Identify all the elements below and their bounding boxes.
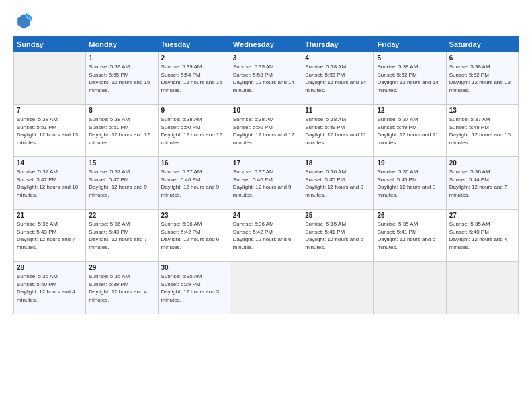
cell-text: Sunrise: 5:38 AMSunset: 5:53 PMDaylight:… <box>305 64 366 93</box>
calendar-cell <box>302 262 374 314</box>
calendar-cell: 22Sunrise: 5:36 AMSunset: 5:43 PMDayligh… <box>86 210 158 262</box>
day-number: 5 <box>377 54 443 62</box>
cell-text: Sunrise: 5:39 AMSunset: 5:54 PMDaylight:… <box>161 64 222 93</box>
day-number: 2 <box>161 54 227 62</box>
cell-text: Sunrise: 5:36 AMSunset: 5:43 PMDaylight:… <box>17 221 75 250</box>
cell-text: Sunrise: 5:38 AMSunset: 5:50 PMDaylight:… <box>233 116 294 146</box>
calendar-cell: 20Sunrise: 5:36 AMSunset: 5:44 PMDayligh… <box>446 157 518 210</box>
page: SundayMondayTuesdayWednesdayThursdayFrid… <box>0 0 532 411</box>
calendar-cell: 16Sunrise: 5:37 AMSunset: 5:46 PMDayligh… <box>158 157 230 210</box>
cell-text: Sunrise: 5:36 AMSunset: 5:42 PMDaylight:… <box>161 221 220 250</box>
day-number: 15 <box>89 159 154 167</box>
day-number: 8 <box>89 107 154 114</box>
calendar-cell: 10Sunrise: 5:38 AMSunset: 5:50 PMDayligh… <box>230 105 302 157</box>
calendar-cell <box>446 262 518 314</box>
calendar-cell: 21Sunrise: 5:36 AMSunset: 5:43 PMDayligh… <box>14 210 86 262</box>
day-number: 29 <box>89 264 154 271</box>
calendar-cell: 29Sunrise: 5:35 AMSunset: 5:39 PMDayligh… <box>86 262 158 314</box>
cell-text: Sunrise: 5:36 AMSunset: 5:43 PMDaylight:… <box>89 221 147 250</box>
day-header-thursday: Thursday <box>302 37 374 52</box>
calendar-cell: 8Sunrise: 5:38 AMSunset: 5:51 PMDaylight… <box>86 105 158 157</box>
day-number: 12 <box>377 107 443 114</box>
cell-text: Sunrise: 5:39 AMSunset: 5:53 PMDaylight:… <box>233 64 294 93</box>
week-row-2: 14Sunrise: 5:37 AMSunset: 5:47 PMDayligh… <box>14 157 519 210</box>
cell-text: Sunrise: 5:35 AMSunset: 5:41 PMDaylight:… <box>305 221 363 250</box>
day-header-friday: Friday <box>374 37 446 52</box>
calendar-cell: 19Sunrise: 5:36 AMSunset: 5:45 PMDayligh… <box>374 157 446 210</box>
day-number: 3 <box>233 54 299 62</box>
calendar-cell: 12Sunrise: 5:37 AMSunset: 5:49 PMDayligh… <box>374 105 446 157</box>
week-row-3: 21Sunrise: 5:36 AMSunset: 5:43 PMDayligh… <box>14 210 519 262</box>
cell-text: Sunrise: 5:39 AMSunset: 5:55 PMDaylight:… <box>89 64 150 93</box>
day-header-saturday: Saturday <box>446 37 518 52</box>
calendar-cell: 1Sunrise: 5:39 AMSunset: 5:55 PMDaylight… <box>86 52 158 105</box>
calendar-cell: 13Sunrise: 5:37 AMSunset: 5:48 PMDayligh… <box>446 105 518 157</box>
calendar-cell: 5Sunrise: 5:38 AMSunset: 5:52 PMDaylight… <box>374 52 446 105</box>
cell-text: Sunrise: 5:37 AMSunset: 5:46 PMDaylight:… <box>161 169 220 198</box>
header-row: SundayMondayTuesdayWednesdayThursdayFrid… <box>14 37 519 52</box>
cell-text: Sunrise: 5:36 AMSunset: 5:42 PMDaylight:… <box>233 221 292 250</box>
cell-text: Sunrise: 5:36 AMSunset: 5:45 PMDaylight:… <box>305 169 363 198</box>
calendar-cell: 6Sunrise: 5:38 AMSunset: 5:52 PMDaylight… <box>446 52 518 105</box>
cell-text: Sunrise: 5:37 AMSunset: 5:49 PMDaylight:… <box>377 116 438 146</box>
day-header-sunday: Sunday <box>14 37 86 52</box>
day-header-monday: Monday <box>86 37 158 52</box>
cell-text: Sunrise: 5:38 AMSunset: 5:52 PMDaylight:… <box>449 64 511 93</box>
cell-text: Sunrise: 5:38 AMSunset: 5:49 PMDaylight:… <box>305 116 366 146</box>
day-number: 7 <box>17 107 83 114</box>
day-number: 21 <box>17 212 83 219</box>
calendar-table: SundayMondayTuesdayWednesdayThursdayFrid… <box>13 36 519 314</box>
logo <box>13 12 35 31</box>
day-number: 18 <box>305 159 371 167</box>
day-number: 9 <box>161 107 227 114</box>
cell-text: Sunrise: 5:35 AMSunset: 5:39 PMDaylight:… <box>89 273 147 303</box>
calendar-cell: 17Sunrise: 5:37 AMSunset: 5:46 PMDayligh… <box>230 157 302 210</box>
calendar-cell: 25Sunrise: 5:35 AMSunset: 5:41 PMDayligh… <box>302 210 374 262</box>
calendar-cell: 26Sunrise: 5:35 AMSunset: 5:41 PMDayligh… <box>374 210 446 262</box>
day-number: 1 <box>89 54 154 62</box>
day-number: 19 <box>377 159 443 167</box>
day-header-wednesday: Wednesday <box>230 37 302 52</box>
cell-text: Sunrise: 5:38 AMSunset: 5:50 PMDaylight:… <box>161 116 222 146</box>
calendar-cell: 30Sunrise: 5:35 AMSunset: 5:39 PMDayligh… <box>158 262 230 314</box>
cell-text: Sunrise: 5:37 AMSunset: 5:48 PMDaylight:… <box>449 116 511 146</box>
cell-text: Sunrise: 5:38 AMSunset: 5:52 PMDaylight:… <box>377 64 438 93</box>
day-number: 20 <box>449 159 515 167</box>
day-number: 10 <box>233 107 299 114</box>
day-number: 25 <box>305 212 371 219</box>
cell-text: Sunrise: 5:37 AMSunset: 5:46 PMDaylight:… <box>233 169 292 198</box>
calendar-cell <box>374 262 446 314</box>
day-number: 24 <box>233 212 299 219</box>
day-number: 26 <box>377 212 443 219</box>
cell-text: Sunrise: 5:36 AMSunset: 5:45 PMDaylight:… <box>377 169 435 198</box>
calendar-cell: 23Sunrise: 5:36 AMSunset: 5:42 PMDayligh… <box>158 210 230 262</box>
calendar-cell: 28Sunrise: 5:35 AMSunset: 5:40 PMDayligh… <box>14 262 86 314</box>
calendar-cell <box>230 262 302 314</box>
cell-text: Sunrise: 5:37 AMSunset: 5:47 PMDaylight:… <box>89 169 147 198</box>
calendar-cell: 18Sunrise: 5:36 AMSunset: 5:45 PMDayligh… <box>302 157 374 210</box>
cell-text: Sunrise: 5:37 AMSunset: 5:47 PMDaylight:… <box>17 169 78 198</box>
cell-text: Sunrise: 5:38 AMSunset: 5:51 PMDaylight:… <box>17 116 78 146</box>
day-number: 23 <box>161 212 227 219</box>
calendar-cell: 14Sunrise: 5:37 AMSunset: 5:47 PMDayligh… <box>14 157 86 210</box>
calendar-cell <box>14 52 86 105</box>
day-number: 14 <box>17 159 83 167</box>
cell-text: Sunrise: 5:35 AMSunset: 5:40 PMDaylight:… <box>449 221 508 250</box>
calendar-cell: 15Sunrise: 5:37 AMSunset: 5:47 PMDayligh… <box>86 157 158 210</box>
day-number: 11 <box>305 107 371 114</box>
day-number: 30 <box>161 264 227 271</box>
week-row-4: 28Sunrise: 5:35 AMSunset: 5:40 PMDayligh… <box>14 262 519 314</box>
cell-text: Sunrise: 5:35 AMSunset: 5:40 PMDaylight:… <box>17 273 75 303</box>
week-row-1: 7Sunrise: 5:38 AMSunset: 5:51 PMDaylight… <box>14 105 519 157</box>
calendar-cell: 9Sunrise: 5:38 AMSunset: 5:50 PMDaylight… <box>158 105 230 157</box>
calendar-cell: 4Sunrise: 5:38 AMSunset: 5:53 PMDaylight… <box>302 52 374 105</box>
header <box>13 12 519 31</box>
day-number: 13 <box>449 107 515 114</box>
day-number: 17 <box>233 159 299 167</box>
day-number: 22 <box>89 212 154 219</box>
day-header-tuesday: Tuesday <box>158 37 230 52</box>
cell-text: Sunrise: 5:35 AMSunset: 5:41 PMDaylight:… <box>377 221 435 250</box>
day-number: 28 <box>17 264 83 271</box>
day-number: 4 <box>305 54 371 62</box>
cell-text: Sunrise: 5:38 AMSunset: 5:51 PMDaylight:… <box>89 116 150 146</box>
